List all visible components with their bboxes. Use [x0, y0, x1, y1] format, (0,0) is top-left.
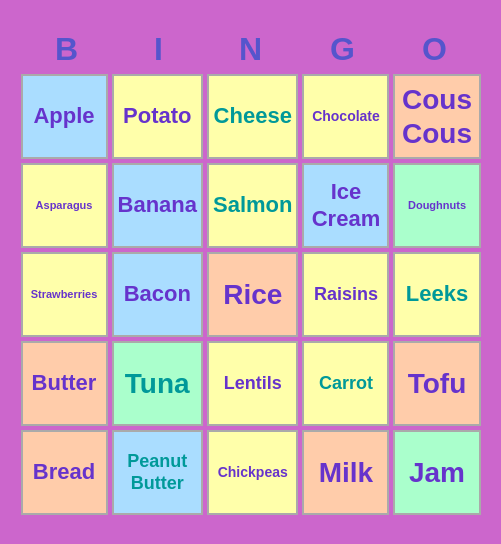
bingo-cell[interactable]: Rice: [207, 252, 298, 337]
bingo-cell[interactable]: Banana: [112, 163, 203, 248]
cell-label: Leeks: [406, 281, 468, 307]
cell-label: Milk: [319, 456, 373, 490]
bingo-cell[interactable]: Cous Cous: [393, 74, 480, 159]
bingo-cell[interactable]: Potato: [112, 74, 203, 159]
cell-label: Banana: [118, 192, 197, 218]
cell-label: Chocolate: [312, 108, 380, 125]
header-letter: O: [389, 29, 481, 70]
cell-label: Apple: [33, 103, 94, 129]
bingo-cell[interactable]: Peanut Butter: [112, 430, 203, 515]
header-letter: I: [113, 29, 205, 70]
cell-label: Ice Cream: [308, 179, 383, 232]
cell-label: Jam: [409, 456, 465, 490]
bingo-cell[interactable]: Apple: [21, 74, 108, 159]
cell-label: Butter: [32, 370, 97, 396]
bingo-grid: ApplePotatoCheeseChocolateCous CousAspar…: [21, 74, 481, 515]
cell-label: Salmon: [213, 192, 292, 218]
cell-label: Rice: [223, 278, 282, 312]
bingo-cell[interactable]: Milk: [302, 430, 389, 515]
cell-label: Cheese: [214, 103, 292, 129]
bingo-cell[interactable]: Raisins: [302, 252, 389, 337]
cell-label: Raisins: [314, 284, 378, 306]
bingo-cell[interactable]: Leeks: [393, 252, 480, 337]
bingo-cell[interactable]: Butter: [21, 341, 108, 426]
cell-label: Bread: [33, 459, 95, 485]
header-letter: B: [21, 29, 113, 70]
cell-label: Lentils: [224, 373, 282, 395]
bingo-cell[interactable]: Strawberries: [21, 252, 108, 337]
cell-label: Bacon: [124, 281, 191, 307]
bingo-cell[interactable]: Tofu: [393, 341, 480, 426]
cell-label: Strawberries: [31, 288, 98, 301]
cell-label: Peanut Butter: [118, 451, 197, 494]
bingo-cell[interactable]: Bacon: [112, 252, 203, 337]
cell-label: Tuna: [125, 367, 190, 401]
cell-label: Asparagus: [36, 199, 93, 212]
bingo-cell[interactable]: Salmon: [207, 163, 298, 248]
cell-label: Potato: [123, 103, 191, 129]
bingo-cell[interactable]: Chickpeas: [207, 430, 298, 515]
bingo-header: BINGO: [21, 29, 481, 70]
bingo-cell[interactable]: Ice Cream: [302, 163, 389, 248]
cell-label: Chickpeas: [218, 464, 288, 481]
bingo-cell[interactable]: Chocolate: [302, 74, 389, 159]
cell-label: Doughnuts: [408, 199, 466, 212]
bingo-card: BINGO ApplePotatoCheeseChocolateCous Cou…: [11, 19, 491, 525]
bingo-cell[interactable]: Jam: [393, 430, 480, 515]
cell-label: Cous Cous: [399, 83, 474, 150]
cell-label: Tofu: [408, 367, 467, 401]
bingo-cell[interactable]: Doughnuts: [393, 163, 480, 248]
bingo-cell[interactable]: Asparagus: [21, 163, 108, 248]
bingo-cell[interactable]: Bread: [21, 430, 108, 515]
bingo-cell[interactable]: Tuna: [112, 341, 203, 426]
header-letter: G: [297, 29, 389, 70]
bingo-cell[interactable]: Carrot: [302, 341, 389, 426]
bingo-cell[interactable]: Lentils: [207, 341, 298, 426]
bingo-cell[interactable]: Cheese: [207, 74, 298, 159]
cell-label: Carrot: [319, 373, 373, 395]
header-letter: N: [205, 29, 297, 70]
